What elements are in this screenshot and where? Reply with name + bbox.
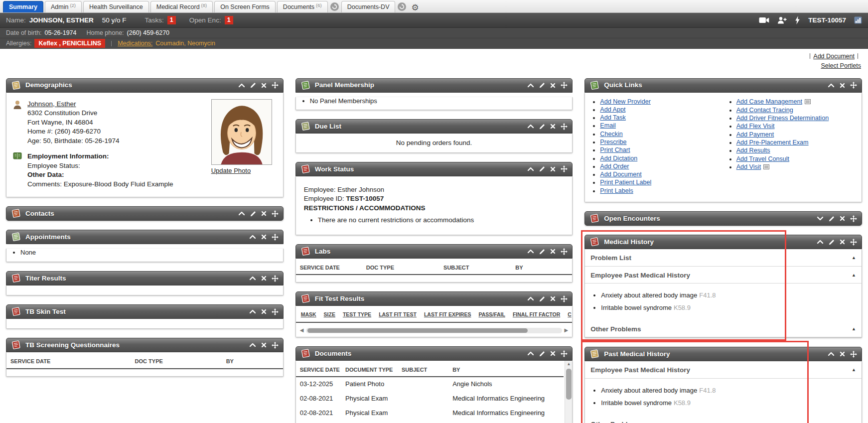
move-icon[interactable] [272,234,279,241]
close-icon[interactable] [840,239,845,245]
move-icon[interactable] [561,165,568,172]
quick-link[interactable]: Add Contact Tracing [736,107,793,114]
edit-icon[interactable] [250,211,256,217]
column-header[interactable]: DOC TYPE [131,352,222,368]
section-employee-past-medical-history[interactable]: Employee Past Medical History ▲ [585,267,862,284]
move-icon[interactable] [561,123,568,130]
edit-icon[interactable] [539,249,545,255]
scroll-up-icon[interactable]: ▲ [567,361,571,368]
section-collapse-icon[interactable]: ▲ [852,326,856,332]
medications-link[interactable]: Medications: [118,39,152,47]
edit-icon[interactable] [539,166,545,172]
quick-link[interactable]: Add Appt [600,106,625,113]
collapse-icon[interactable] [249,309,256,314]
close-icon[interactable] [550,166,556,172]
tab-health-surveillance[interactable]: Health Surveillance [83,1,149,12]
quick-link[interactable]: Checkin [600,131,623,138]
tab-summary[interactable]: Summary [3,1,43,12]
collapse-icon[interactable] [527,83,534,88]
tasks-badge[interactable]: 1 [167,16,176,24]
column-header[interactable]: PASS/FAIL [478,311,505,318]
collapse-icon[interactable] [249,235,256,239]
vertical-scrollbar[interactable]: ▲ [565,361,572,423]
tab-documents[interactable]: Documents (6) [277,1,328,12]
document-row[interactable]: 02-08-2021 Physical Exam Medical Informa… [296,392,564,406]
lightning-icon[interactable] [795,16,800,24]
quick-link[interactable]: Add Document [600,171,641,178]
refresh-icon[interactable] [330,2,339,11]
quick-link[interactable]: Add Visit [736,163,761,170]
document-row[interactable]: 03-12-2025 Patient Photo Angie Nichols [296,377,564,392]
tab-medical-record[interactable]: Medical Record (8) [150,1,213,12]
quick-link[interactable]: Add Driver Fitness Determination [736,115,829,122]
close-icon[interactable] [550,351,556,356]
column-header[interactable]: LAST FIT EXPIRES [424,311,471,318]
update-photo-link[interactable]: Update Photo [211,167,251,175]
column-header[interactable]: SUBJECT [398,361,448,377]
scroll-track[interactable] [306,328,563,333]
column-header[interactable]: FINAL FIT FACTOR [513,311,560,318]
column-header[interactable]: SERVICE DATE [296,259,362,275]
quick-link[interactable]: Add Travel Consult [736,155,789,162]
column-header[interactable]: BY [448,361,564,377]
edit-icon[interactable] [539,124,545,130]
move-icon[interactable] [561,295,568,302]
bar-chart-icon[interactable] [854,16,862,24]
close-icon[interactable] [550,124,556,129]
move-icon[interactable] [850,215,857,222]
collapse-icon[interactable] [527,124,534,129]
column-header[interactable]: DOCUMENT TYPE [341,361,398,377]
scroll-right-icon[interactable]: ▶ [562,328,570,333]
gears-icon[interactable]: ⚙ [411,3,419,12]
quick-link[interactable]: Add Flex Visit [736,123,775,130]
collapse-icon[interactable] [828,352,835,356]
close-icon[interactable] [550,83,556,88]
edit-icon[interactable] [539,351,545,357]
quick-link[interactable]: Add Payment [736,131,774,138]
move-icon[interactable] [561,350,568,357]
collapse-icon[interactable] [828,83,835,88]
section-collapse-icon[interactable]: ▲ [852,255,856,261]
move-icon[interactable] [272,308,279,315]
quick-link[interactable]: Print Chart [600,146,630,153]
patient-name-link[interactable]: Johnson, Esther [27,100,76,108]
quick-link[interactable]: Add Dictation [600,155,637,162]
collapse-icon[interactable] [527,296,534,301]
close-icon[interactable] [840,216,845,221]
case-management-list-icon[interactable] [805,99,811,106]
move-icon[interactable] [850,351,857,358]
close-icon[interactable] [261,276,267,281]
quick-link[interactable]: Add Results [736,147,770,154]
collapse-icon[interactable] [238,211,245,216]
scroll-left-icon[interactable]: ◀ [298,328,306,333]
quick-link[interactable]: Print Labels [600,187,633,194]
section-problem-list[interactable]: Problem List ▲ [585,249,862,267]
move-icon[interactable] [850,82,857,89]
edit-icon[interactable] [829,216,835,222]
visit-list-icon[interactable] [763,164,769,171]
column-header[interactable]: BY [511,259,572,275]
quick-link[interactable]: Print Patient Label [600,179,651,186]
tab-on-screen-forms[interactable]: On Screen Forms [214,1,276,12]
select-portlets-link[interactable]: Select Portlets [821,62,861,69]
column-header[interactable]: C [568,311,572,318]
column-header[interactable]: SERVICE DATE [6,352,131,368]
move-icon[interactable] [561,82,568,89]
section-other-problems[interactable]: Other Problems ▲ [585,320,862,338]
quick-link[interactable]: Add Task [600,114,626,121]
column-header[interactable]: DOC TYPE [362,259,439,275]
expand-icon[interactable] [817,216,824,221]
move-icon[interactable] [850,239,857,246]
close-icon[interactable] [550,296,556,301]
collapse-icon[interactable] [817,240,824,244]
close-icon[interactable] [550,249,556,254]
column-header[interactable]: MASK [301,311,316,318]
document-row[interactable]: 02-08-2021 Physical Exam Medical Informa… [296,406,564,421]
quick-link[interactable]: Add New Provider [600,98,651,105]
collapse-icon[interactable] [249,276,256,281]
column-header[interactable]: SERVICE DATE [296,361,341,377]
tab-documents-dv[interactable]: Documents-DV [341,1,396,12]
move-icon[interactable] [272,342,279,349]
tab-admin[interactable]: Admin (2) [45,1,82,12]
open-enc-badge[interactable]: 1 [225,16,233,24]
